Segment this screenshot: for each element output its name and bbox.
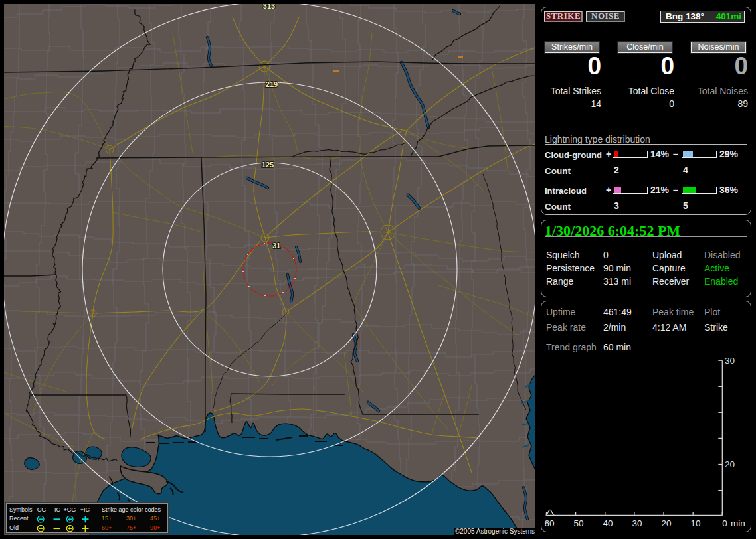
svg-text:31: 31	[272, 242, 280, 250]
svg-text:125: 125	[262, 161, 274, 169]
svg-text:219: 219	[266, 80, 278, 88]
svg-text:313: 313	[263, 4, 275, 10]
